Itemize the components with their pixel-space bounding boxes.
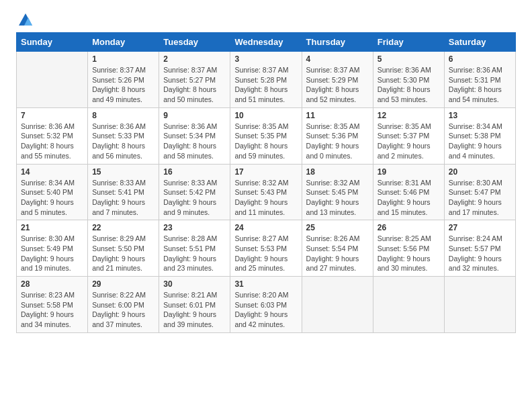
day-info: Sunrise: 8:31 AMSunset: 5:46 PMDaylight:… [378,178,440,218]
day-number: 15 [92,167,154,177]
header-friday: Friday [373,33,444,52]
week-row-0: 1Sunrise: 8:37 AMSunset: 5:26 PMDaylight… [17,52,516,108]
day-info: Sunrise: 8:27 AMSunset: 5:53 PMDaylight:… [234,234,297,273]
week-row-4: 28Sunrise: 8:23 AMSunset: 5:58 PMDayligh… [17,277,516,333]
day-number: 7 [21,111,83,120]
calendar-cell: 20Sunrise: 8:30 AMSunset: 5:47 PMDayligh… [444,164,515,220]
header-tuesday: Tuesday [159,33,230,52]
calendar-cell: 28Sunrise: 8:23 AMSunset: 5:58 PMDayligh… [17,277,88,333]
calendar-cell: 17Sunrise: 8:32 AMSunset: 5:43 PMDayligh… [230,164,302,220]
day-number: 13 [449,111,511,120]
header-thursday: Thursday [302,33,373,52]
day-number: 21 [21,223,83,232]
day-info: Sunrise: 8:23 AMSunset: 5:58 PMDaylight:… [21,290,83,330]
calendar-cell: 11Sunrise: 8:35 AMSunset: 5:36 PMDayligh… [302,107,373,164]
calendar-cell: 25Sunrise: 8:26 AMSunset: 5:54 PMDayligh… [302,220,373,277]
day-info: Sunrise: 8:26 AMSunset: 5:54 PMDaylight:… [306,234,369,273]
calendar-cell: 24Sunrise: 8:27 AMSunset: 5:53 PMDayligh… [230,220,302,277]
day-info: Sunrise: 8:32 AMSunset: 5:43 PMDaylight:… [234,178,297,218]
calendar-body: 1Sunrise: 8:37 AMSunset: 5:26 PMDaylight… [17,52,516,333]
calendar-cell [444,277,515,333]
calendar-cell [373,277,444,333]
day-info: Sunrise: 8:32 AMSunset: 5:45 PMDaylight:… [306,178,369,218]
calendar-cell: 13Sunrise: 8:34 AMSunset: 5:38 PMDayligh… [444,107,515,164]
day-number: 5 [378,54,440,64]
day-number: 29 [92,279,154,289]
calendar-cell: 12Sunrise: 8:35 AMSunset: 5:37 PMDayligh… [373,107,444,164]
calendar-cell: 14Sunrise: 8:34 AMSunset: 5:40 PMDayligh… [17,164,88,220]
calendar-cell [302,277,373,333]
day-info: Sunrise: 8:36 AMSunset: 5:30 PMDaylight:… [378,65,440,105]
day-info: Sunrise: 8:35 AMSunset: 5:36 PMDaylight:… [306,122,369,161]
day-number: 25 [306,223,369,232]
logo-icon [19,13,32,26]
day-info: Sunrise: 8:28 AMSunset: 5:51 PMDaylight:… [163,234,226,273]
day-number: 28 [21,279,83,289]
calendar-cell: 30Sunrise: 8:21 AMSunset: 6:01 PMDayligh… [159,277,230,333]
day-info: Sunrise: 8:35 AMSunset: 5:35 PMDaylight:… [234,122,297,161]
day-info: Sunrise: 8:33 AMSunset: 5:42 PMDaylight:… [163,178,226,218]
calendar-cell: 8Sunrise: 8:36 AMSunset: 5:33 PMDaylight… [88,107,159,164]
day-info: Sunrise: 8:29 AMSunset: 5:50 PMDaylight:… [92,234,154,273]
calendar-cell: 5Sunrise: 8:36 AMSunset: 5:30 PMDaylight… [373,52,444,108]
day-number: 2 [163,54,226,64]
header-wednesday: Wednesday [230,33,302,52]
day-number: 20 [449,167,511,177]
day-info: Sunrise: 8:36 AMSunset: 5:33 PMDaylight:… [92,122,154,161]
header-row: SundayMondayTuesdayWednesdayThursdayFrid… [17,33,516,52]
calendar-table: SundayMondayTuesdayWednesdayThursdayFrid… [16,32,516,333]
header-sunday: Sunday [17,33,88,52]
day-number: 30 [163,279,226,289]
calendar-cell: 29Sunrise: 8:22 AMSunset: 6:00 PMDayligh… [88,277,159,333]
header-monday: Monday [88,33,159,52]
day-number: 3 [234,54,297,64]
calendar-cell: 6Sunrise: 8:36 AMSunset: 5:31 PMDaylight… [444,52,515,108]
day-number: 18 [306,167,369,177]
calendar-cell: 18Sunrise: 8:32 AMSunset: 5:45 PMDayligh… [302,164,373,220]
calendar-cell: 31Sunrise: 8:20 AMSunset: 6:03 PMDayligh… [230,277,302,333]
calendar-cell: 3Sunrise: 8:37 AMSunset: 5:28 PMDaylight… [230,52,302,108]
day-number: 9 [163,111,226,120]
day-info: Sunrise: 8:35 AMSunset: 5:37 PMDaylight:… [378,122,440,161]
day-info: Sunrise: 8:21 AMSunset: 6:01 PMDaylight:… [163,290,226,330]
calendar-cell [17,52,88,108]
day-info: Sunrise: 8:30 AMSunset: 5:47 PMDaylight:… [449,178,511,218]
day-number: 1 [92,54,154,64]
calendar-cell: 23Sunrise: 8:28 AMSunset: 5:51 PMDayligh… [159,220,230,277]
day-number: 31 [234,279,297,289]
day-number: 23 [163,223,226,232]
day-info: Sunrise: 8:30 AMSunset: 5:49 PMDaylight:… [21,234,83,273]
calendar-cell: 7Sunrise: 8:36 AMSunset: 5:32 PMDaylight… [17,107,88,164]
day-number: 11 [306,111,369,120]
day-number: 10 [234,111,297,120]
calendar-cell: 19Sunrise: 8:31 AMSunset: 5:46 PMDayligh… [373,164,444,220]
calendar-cell: 21Sunrise: 8:30 AMSunset: 5:49 PMDayligh… [17,220,88,277]
day-info: Sunrise: 8:34 AMSunset: 5:40 PMDaylight:… [21,178,83,218]
day-info: Sunrise: 8:36 AMSunset: 5:32 PMDaylight:… [21,122,83,161]
week-row-1: 7Sunrise: 8:36 AMSunset: 5:32 PMDaylight… [17,107,516,164]
day-info: Sunrise: 8:36 AMSunset: 5:31 PMDaylight:… [449,65,511,105]
calendar-cell: 15Sunrise: 8:33 AMSunset: 5:41 PMDayligh… [88,164,159,220]
day-number: 27 [449,223,511,232]
day-info: Sunrise: 8:33 AMSunset: 5:41 PMDaylight:… [92,178,154,218]
calendar-cell: 4Sunrise: 8:37 AMSunset: 5:29 PMDaylight… [302,52,373,108]
day-number: 22 [92,223,154,232]
day-info: Sunrise: 8:37 AMSunset: 5:27 PMDaylight:… [163,65,226,105]
calendar-cell: 16Sunrise: 8:33 AMSunset: 5:42 PMDayligh… [159,164,230,220]
day-info: Sunrise: 8:34 AMSunset: 5:38 PMDaylight:… [449,122,511,161]
header-saturday: Saturday [444,33,515,52]
calendar-cell: 10Sunrise: 8:35 AMSunset: 5:35 PMDayligh… [230,107,302,164]
day-number: 19 [378,167,440,177]
calendar-cell: 1Sunrise: 8:37 AMSunset: 5:26 PMDaylight… [88,52,159,108]
week-row-2: 14Sunrise: 8:34 AMSunset: 5:40 PMDayligh… [17,164,516,220]
day-number: 24 [234,223,297,232]
calendar-header: SundayMondayTuesdayWednesdayThursdayFrid… [17,33,516,52]
logo [16,13,32,27]
page-header [16,13,516,27]
calendar-cell: 27Sunrise: 8:24 AMSunset: 5:57 PMDayligh… [444,220,515,277]
day-info: Sunrise: 8:22 AMSunset: 6:00 PMDaylight:… [92,290,154,330]
day-info: Sunrise: 8:37 AMSunset: 5:26 PMDaylight:… [92,65,154,105]
week-row-3: 21Sunrise: 8:30 AMSunset: 5:49 PMDayligh… [17,220,516,277]
calendar-cell: 2Sunrise: 8:37 AMSunset: 5:27 PMDaylight… [159,52,230,108]
day-number: 17 [234,167,297,177]
